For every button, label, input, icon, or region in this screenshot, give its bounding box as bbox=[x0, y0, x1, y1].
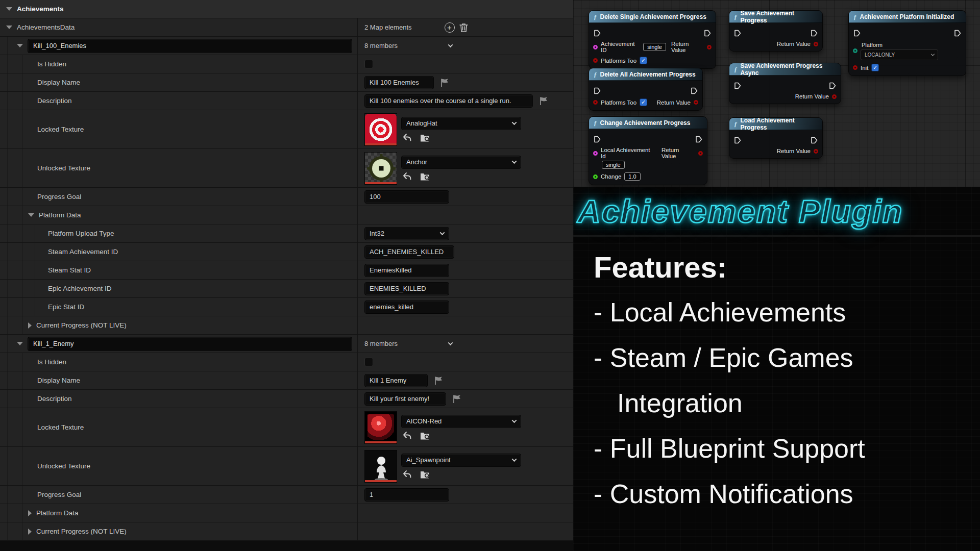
chevron-down-icon[interactable] bbox=[17, 44, 23, 47]
browse-to-asset-icon[interactable] bbox=[420, 470, 430, 479]
chevron-right-icon[interactable] bbox=[28, 529, 32, 535]
node-header[interactable]: ƒ Save Achievement Progress bbox=[729, 11, 822, 23]
return-value-pin[interactable] bbox=[814, 42, 818, 46]
localize-flag-icon[interactable] bbox=[434, 376, 444, 385]
description-field[interactable]: Kill 100 enemies over the course of a si… bbox=[364, 94, 533, 108]
unlocked-texture-select[interactable]: Anchor bbox=[401, 156, 521, 169]
display-name-field[interactable]: Kill 100 Enemies bbox=[364, 76, 434, 89]
use-selected-asset-icon[interactable] bbox=[402, 172, 412, 181]
platforms-too-checkbox[interactable]: ✓ bbox=[640, 98, 647, 106]
use-selected-asset-icon[interactable] bbox=[402, 431, 412, 440]
node-header[interactable]: ƒ Change Achievement Progress bbox=[589, 117, 707, 129]
node-header[interactable]: ƒ Achievement Platform Initialized bbox=[849, 11, 966, 23]
change-input[interactable]: 1.0 bbox=[624, 172, 640, 181]
locked-texture-thumbnail[interactable] bbox=[364, 113, 397, 146]
exec-out-pin[interactable] bbox=[695, 135, 703, 143]
category-row-achievements: Achievements bbox=[0, 0, 573, 18]
localize-flag-icon[interactable] bbox=[452, 394, 462, 404]
platform-pin[interactable] bbox=[853, 48, 857, 53]
init-checkbox[interactable]: ✓ bbox=[871, 64, 879, 71]
epic-achievement-id-field[interactable]: ENEMIES_KILLED bbox=[364, 282, 449, 295]
description-field[interactable]: Kill your first enemy! bbox=[364, 392, 446, 406]
return-value-pin[interactable] bbox=[707, 45, 712, 49]
exec-in-pin[interactable] bbox=[593, 87, 601, 95]
platforms-too-pin[interactable] bbox=[593, 58, 598, 63]
empty-map-button[interactable] bbox=[459, 22, 469, 33]
pin-label: Return Value bbox=[777, 148, 811, 154]
change-pin[interactable] bbox=[593, 174, 598, 179]
local-achievement-id-pin[interactable] bbox=[593, 151, 598, 156]
steam-achievement-id-field[interactable]: ACH_ENEMIES_KILLED bbox=[364, 245, 454, 259]
locked-texture-select[interactable]: AnalogHat bbox=[401, 117, 521, 130]
exec-out-pin[interactable] bbox=[828, 82, 837, 90]
platform-select[interactable]: LOCALONLY bbox=[861, 49, 938, 60]
node-load-achievement-progress[interactable]: ƒ Load Achievement Progress Return Value bbox=[729, 117, 823, 159]
chevron-down-icon[interactable] bbox=[448, 42, 453, 47]
is-hidden-checkbox[interactable] bbox=[364, 60, 373, 68]
return-value-pin[interactable] bbox=[814, 149, 818, 154]
node-header[interactable]: ƒ Delete All Achievement Progress bbox=[589, 68, 702, 81]
locked-texture-thumbnail[interactable] bbox=[364, 411, 397, 444]
exec-out-pin[interactable] bbox=[953, 29, 962, 37]
return-value-pin[interactable] bbox=[694, 100, 698, 105]
is-hidden-checkbox[interactable] bbox=[364, 358, 373, 366]
add-map-element-button[interactable]: + bbox=[445, 22, 455, 33]
use-selected-asset-icon[interactable] bbox=[402, 133, 412, 142]
locked-texture-select[interactable]: AICON-Red bbox=[401, 415, 521, 428]
node-delete-single-achievement-progress[interactable]: ƒ Delete Single Achievement Progress Ach… bbox=[589, 10, 716, 69]
chevron-down-icon[interactable] bbox=[28, 213, 34, 217]
node-save-achievement-progress-async[interactable]: ƒ Save Achievement Progress Async Return… bbox=[729, 63, 841, 104]
steam-stat-id-field[interactable]: EnemiesKilled bbox=[364, 264, 449, 277]
exec-out-pin[interactable] bbox=[703, 29, 712, 37]
exec-in-pin[interactable] bbox=[733, 29, 742, 37]
exec-out-pin[interactable] bbox=[690, 87, 698, 95]
return-value-pin[interactable] bbox=[698, 151, 703, 156]
unlocked-texture-thumbnail[interactable] bbox=[364, 152, 397, 185]
platforms-too-pin[interactable] bbox=[593, 100, 598, 105]
unlocked-texture-thumbnail[interactable] bbox=[364, 450, 397, 483]
node-save-achievement-progress[interactable]: ƒ Save Achievement Progress Return Value bbox=[729, 10, 823, 52]
chevron-down-icon[interactable] bbox=[6, 26, 12, 29]
node-header[interactable]: ƒ Delete Single Achievement Progress bbox=[589, 11, 716, 23]
chevron-down-icon[interactable] bbox=[448, 340, 453, 345]
achievement-id-input[interactable]: single bbox=[643, 43, 666, 51]
chevron-right-icon[interactable] bbox=[28, 510, 32, 516]
init-pin[interactable] bbox=[853, 65, 857, 70]
exec-in-pin[interactable] bbox=[733, 82, 742, 90]
node-achievement-platform-initialized[interactable]: ƒ Achievement Platform Initialized Platf… bbox=[848, 10, 966, 76]
platforms-too-checkbox[interactable]: ✓ bbox=[640, 57, 647, 64]
node-header[interactable]: ƒ Load Achievement Progress bbox=[729, 118, 822, 130]
exec-in-pin[interactable] bbox=[853, 29, 861, 37]
blueprint-graph[interactable]: ƒ Delete Single Achievement Progress Ach… bbox=[573, 0, 980, 187]
browse-to-asset-icon[interactable] bbox=[420, 431, 430, 440]
localize-flag-icon[interactable] bbox=[539, 96, 549, 106]
progress-goal-field[interactable]: 100 bbox=[364, 190, 449, 204]
progress-goal-field[interactable]: 1 bbox=[364, 488, 449, 502]
localize-flag-icon[interactable] bbox=[440, 78, 450, 87]
local-achievement-id-input[interactable]: single bbox=[602, 161, 625, 169]
chevron-right-icon[interactable] bbox=[28, 322, 32, 329]
exec-out-pin[interactable] bbox=[810, 136, 818, 144]
progress-goal-row: Progress Goal 1 bbox=[0, 486, 573, 504]
unlocked-texture-select[interactable]: Ai_Spawnpoint bbox=[401, 454, 521, 467]
display-name-field[interactable]: Kill 1 Enemy bbox=[364, 374, 428, 387]
return-value-pin[interactable] bbox=[832, 94, 837, 99]
node-header[interactable]: ƒ Save Achievement Progress Async bbox=[729, 63, 841, 76]
node-delete-all-achievement-progress[interactable]: ƒ Delete All Achievement Progress Platfo… bbox=[589, 68, 703, 111]
epic-stat-id-field[interactable]: enemies_killed bbox=[364, 300, 449, 314]
exec-in-pin[interactable] bbox=[593, 135, 601, 143]
platform-upload-type-select[interactable]: Int32 bbox=[364, 227, 449, 240]
browse-to-asset-icon[interactable] bbox=[420, 133, 430, 142]
achievement-id-pin[interactable] bbox=[593, 45, 598, 49]
property-label: Is Hidden bbox=[37, 60, 66, 68]
chevron-down-icon[interactable] bbox=[6, 7, 12, 11]
chevron-down-icon[interactable] bbox=[17, 342, 23, 345]
map-key-field[interactable]: Kill_100_Enemies bbox=[28, 39, 352, 53]
browse-to-asset-icon[interactable] bbox=[420, 172, 430, 181]
use-selected-asset-icon[interactable] bbox=[402, 470, 412, 479]
map-key-field[interactable]: Kill_1_Enemy bbox=[28, 337, 352, 351]
node-change-achievement-progress[interactable]: ƒ Change Achievement Progress Local Achi… bbox=[589, 116, 707, 185]
exec-in-pin[interactable] bbox=[593, 29, 601, 37]
exec-out-pin[interactable] bbox=[810, 29, 818, 37]
exec-in-pin[interactable] bbox=[733, 136, 742, 144]
